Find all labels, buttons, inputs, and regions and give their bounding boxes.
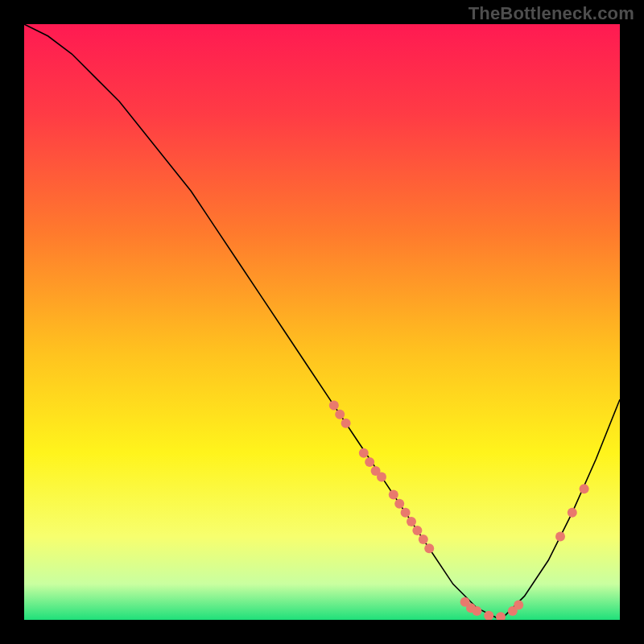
highlight-point [424,543,434,553]
highlight-point [401,508,411,518]
highlight-point [394,499,404,509]
highlight-point [580,484,589,493]
highlight-point [472,606,481,616]
highlight-point [329,401,339,411]
highlight-point [365,457,374,467]
highlight-point [359,448,369,458]
highlight-point [389,490,398,500]
highlight-point [514,601,523,610]
highlight-point [568,508,577,518]
highlight-point [555,531,565,541]
chart-svg [24,24,620,620]
attribution-label: TheBottleneck.com [469,3,634,24]
highlight-point [412,526,422,535]
chart-frame: TheBottleneck.com [0,0,644,644]
highlight-point [341,419,351,428]
highlight-point [335,410,345,419]
highlight-point [419,535,428,544]
highlight-point [377,472,386,481]
highlight-point [407,517,416,526]
plot-area [24,24,620,620]
gradient-background [24,24,620,620]
